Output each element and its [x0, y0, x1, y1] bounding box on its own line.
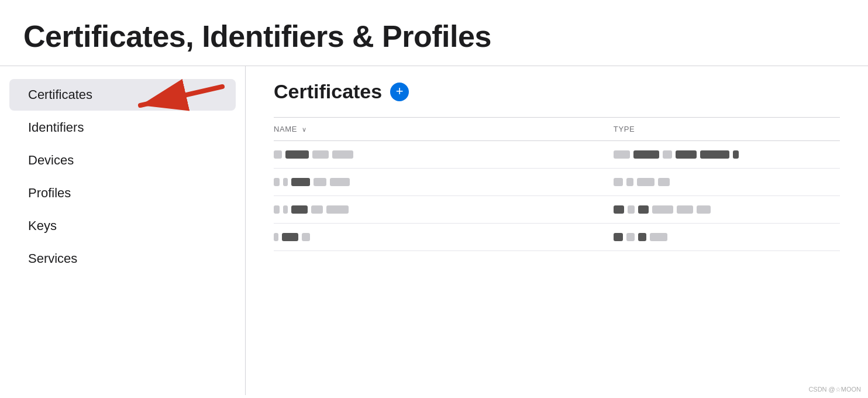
table-cell-name — [274, 224, 614, 251]
table-cell-type — [614, 196, 840, 224]
table-row[interactable] — [274, 196, 840, 224]
sidebar-item-label: Identifiers — [28, 120, 84, 135]
sidebar-item-label: Devices — [28, 153, 74, 167]
sidebar-item-keys[interactable]: Keys — [9, 210, 236, 242]
sidebar-item-profiles[interactable]: Profiles — [9, 177, 236, 209]
sidebar: Certificates Identifiers Devices Profile… — [0, 66, 246, 395]
page-title: Certificates, Identifiers & Profiles — [23, 19, 845, 54]
table-cell-type — [614, 141, 840, 169]
certificates-table: NAME ∨ TYPE — [274, 117, 840, 251]
sidebar-item-label: Certificates — [28, 87, 92, 102]
col-header-name: NAME ∨ — [274, 118, 614, 141]
table-row[interactable] — [274, 169, 840, 196]
main-content: Certificates NAME ∨ TYPE — [246, 66, 868, 395]
sidebar-item-label: Profiles — [28, 186, 71, 200]
section-title-row: Certificates — [274, 80, 840, 103]
sidebar-item-services[interactable]: Services — [9, 243, 236, 275]
table-cell-name — [274, 196, 614, 224]
table-row[interactable] — [274, 141, 840, 169]
page-header: Certificates, Identifiers & Profiles — [0, 0, 868, 66]
sidebar-item-label: Services — [28, 251, 77, 266]
col-header-type: TYPE — [614, 118, 840, 141]
table-header-row: NAME ∨ TYPE — [274, 118, 840, 141]
table-cell-name — [274, 141, 614, 169]
sidebar-item-certificates[interactable]: Certificates — [9, 79, 236, 111]
table-cell-name — [274, 169, 614, 196]
table-cell-type — [614, 224, 840, 251]
content-area: Certificates Identifiers Devices Profile… — [0, 66, 868, 395]
watermark: CSDN @☆MOON — [808, 386, 861, 393]
sidebar-item-identifiers[interactable]: Identifiers — [9, 112, 236, 143]
add-certificate-button[interactable] — [390, 83, 409, 101]
section-title: Certificates — [274, 80, 382, 103]
sidebar-item-label: Keys — [28, 218, 57, 233]
sidebar-item-devices[interactable]: Devices — [9, 145, 236, 176]
sort-icon: ∨ — [302, 126, 307, 133]
table-cell-type — [614, 169, 840, 196]
table-row[interactable] — [274, 224, 840, 251]
